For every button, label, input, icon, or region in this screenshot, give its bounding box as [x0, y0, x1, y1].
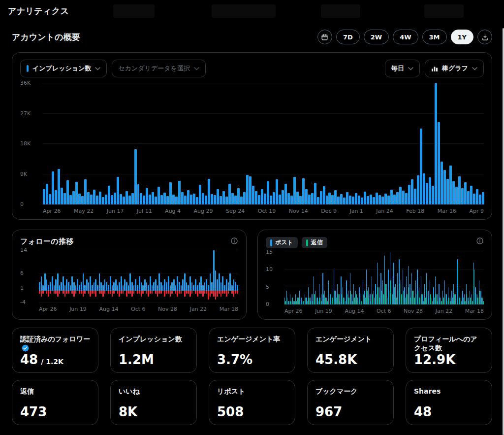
bar-column — [473, 83, 475, 204]
bar — [202, 285, 204, 291]
bar-column — [402, 83, 405, 204]
bar — [456, 301, 456, 304]
info-button[interactable] — [476, 237, 484, 245]
bar — [88, 282, 90, 291]
stat-card[interactable]: 認証済みのフォロワー48/ 1.2K — [12, 328, 98, 373]
bar — [70, 285, 71, 291]
stat-card[interactable]: プロフィールへのアクセス数12.9K — [406, 328, 492, 373]
bar — [188, 291, 189, 294]
bar-column — [324, 252, 326, 304]
stat-card[interactable]: 返信473 — [12, 380, 98, 425]
info-button[interactable] — [230, 237, 238, 245]
bar-column — [94, 250, 95, 302]
export-download-button[interactable] — [477, 30, 492, 44]
plot-area[interactable] — [39, 250, 238, 302]
bar — [57, 291, 59, 297]
stat-card[interactable]: いいね8K — [110, 380, 197, 425]
bar-column — [429, 83, 431, 204]
bar-column — [350, 252, 351, 304]
bar — [206, 291, 207, 294]
bar — [394, 287, 395, 304]
bar-column — [470, 83, 472, 204]
bar-column — [343, 83, 346, 204]
bar-column — [131, 250, 133, 302]
bar — [155, 197, 157, 204]
bar-column — [373, 83, 375, 204]
secondary-metric-select[interactable]: セカンダリデータを選択 — [112, 60, 205, 77]
bar — [458, 176, 461, 204]
stat-card[interactable]: インプレッション数1.2M — [110, 328, 197, 373]
bar — [128, 285, 129, 291]
stat-card[interactable]: エンゲージメント45.8K — [307, 328, 394, 373]
bar-column — [357, 252, 359, 304]
bar-column — [351, 252, 353, 304]
bar-column — [182, 250, 184, 302]
stat-card[interactable]: ブックマーク967 — [307, 380, 394, 425]
range-button-7d[interactable]: 7D — [336, 30, 360, 44]
bar-column — [90, 250, 91, 302]
bar-column — [179, 250, 180, 302]
bar-column — [43, 83, 45, 204]
bar — [434, 298, 435, 304]
bar — [152, 192, 154, 204]
stat-card[interactable]: エンゲージメント率3.7% — [209, 328, 295, 373]
bar — [261, 189, 263, 204]
bar-column — [381, 83, 384, 204]
chevron-down-icon — [408, 67, 413, 70]
bar — [43, 189, 45, 204]
bar — [390, 280, 391, 304]
frequency-select[interactable]: 毎日 — [385, 60, 420, 77]
bar-column — [152, 83, 154, 204]
bar-column — [64, 250, 66, 302]
stat-label: インプレッション数 — [119, 335, 189, 343]
stat-card[interactable]: Shares48 — [406, 380, 492, 425]
bar — [55, 291, 57, 294]
bar — [249, 176, 252, 204]
bar-column — [58, 83, 60, 204]
bar-column — [140, 83, 142, 204]
bar — [358, 301, 358, 304]
bar — [477, 298, 478, 304]
bar — [419, 298, 420, 304]
plot-area[interactable] — [284, 252, 484, 304]
bar — [292, 298, 293, 304]
range-button-4w[interactable]: 4W — [393, 30, 418, 44]
primary-metric-select[interactable]: インプレッション数 — [20, 60, 107, 77]
bar — [141, 282, 142, 291]
bar-column — [187, 83, 189, 204]
bar — [63, 193, 66, 204]
bar-column — [66, 250, 67, 302]
bar — [208, 285, 209, 291]
bar — [148, 291, 149, 297]
info-icon — [476, 237, 484, 245]
stat-value: 48/ 1.2K — [20, 353, 90, 366]
date-picker-button[interactable] — [317, 30, 332, 44]
bar-column — [379, 252, 380, 304]
bar — [102, 291, 104, 297]
bar-column — [466, 252, 468, 304]
bar-column — [93, 83, 95, 204]
bar-column — [211, 250, 213, 302]
stat-card[interactable]: リポスト508 — [209, 380, 295, 425]
chart-type-select[interactable]: 棒グラフ — [425, 60, 484, 77]
bar — [461, 301, 462, 304]
bar-column — [326, 83, 328, 204]
bar — [121, 291, 122, 294]
bar-column — [115, 250, 117, 302]
bar — [59, 285, 61, 291]
range-button-2w[interactable]: 2W — [364, 30, 389, 44]
posts-replies-chart[interactable]: 151050Apr 26Jun 19Aug 14Oct 6Nov 28Jan 2… — [266, 252, 484, 314]
impressions-chart[interactable]: 09K18K27K36KApr 26May 22Jun 17Jul 11Aug … — [20, 83, 484, 214]
bar-column — [169, 83, 172, 204]
bar-column — [49, 83, 51, 204]
bar-column — [461, 83, 464, 204]
bar-column — [137, 83, 140, 204]
range-button-3m[interactable]: 3M — [422, 30, 447, 44]
stat-label: Shares — [414, 387, 484, 396]
range-button-1y[interactable]: 1Y — [451, 30, 473, 44]
plot-area[interactable] — [43, 83, 484, 204]
bar-column — [288, 252, 289, 304]
follows-chart[interactable]: 1461-4Apr 26Jun 19Aug 14Oct 6Nov 28Jan 2… — [20, 250, 238, 312]
bar — [181, 291, 182, 294]
bar — [426, 183, 428, 204]
